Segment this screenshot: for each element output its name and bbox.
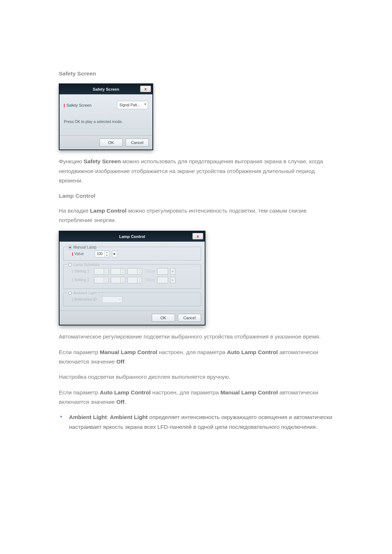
bold-auto-lamp-control: Auto Lamp Control <box>100 389 151 395</box>
ok-button[interactable]: OK <box>99 139 123 147</box>
dialog-titlebar: Safety Screen x <box>60 84 152 94</box>
bold-off: Off <box>116 358 124 365</box>
legend-text: Lamp Schedule <box>73 262 100 268</box>
text: . <box>124 399 126 405</box>
manual-lamp-group: Manual Lamp Value 100 ▲▼ ▶ <box>63 247 201 260</box>
setting2-ampm-spinner: ▲▼ <box>127 277 142 283</box>
spinner-arrows-icon[interactable]: ▲▼ <box>105 251 109 257</box>
slider-next-button[interactable]: ▶ <box>112 251 117 257</box>
slider-next-button: ▶ <box>170 268 175 275</box>
bullet-list: Ambient Light: Ambient Light определяет … <box>59 413 336 432</box>
bold-auto-lamp-control: Auto Lamp Control <box>227 349 278 355</box>
text: Функцию <box>59 158 83 164</box>
ok-button[interactable]: OK <box>152 314 175 322</box>
bold-lamp-control: Lamp Control <box>90 208 127 214</box>
text: Если параметр <box>59 389 100 395</box>
lamp-control-dialog: Lamp Control x Manual Lamp Value 100 ▲▼ … <box>59 231 205 325</box>
dialog-message: Press OK to play a selected mode. <box>64 116 148 130</box>
reference-id-label: Reference ID <box>72 296 99 303</box>
legend-text: Manual Lamp <box>73 244 97 251</box>
value-label: Value <box>146 268 155 275</box>
cancel-button[interactable]: Cancel <box>126 139 149 147</box>
radio-icon[interactable] <box>68 291 72 295</box>
text: настроен, для параметра <box>151 389 220 395</box>
text: . <box>124 358 126 365</box>
manual-lamp-legend[interactable]: Manual Lamp <box>67 244 98 251</box>
safety-screen-dropdown[interactable]: Signal Patt... <box>117 101 148 109</box>
bold-manual-lamp-control: Manual Lamp Control <box>220 389 278 395</box>
lamp-control-intro: На вкладке Lamp Control можно отрегулиро… <box>59 206 336 225</box>
slider-next-button: ▶ <box>170 277 175 283</box>
setting2-value-spinner <box>157 277 168 283</box>
setting2-min-spinner: ▲▼ <box>111 277 125 283</box>
dialog-footer: OK Cancel <box>60 135 152 149</box>
heading-safety-screen: Safety Screen <box>59 69 336 78</box>
safety-screen-field-label: Safety Screen <box>64 102 117 109</box>
dialog-footer: OK Cancel <box>60 311 205 325</box>
setting-2-label: Setting 2 <box>72 277 92 283</box>
text: : <box>107 414 110 420</box>
close-button[interactable]: x <box>192 233 203 239</box>
schedule-row-1: Setting 1 ▲▼ ▲▼ ▲▼ Value ▶ <box>72 268 197 275</box>
bold-off: Off <box>116 399 124 405</box>
close-button[interactable]: x <box>140 86 151 92</box>
bold-manual-lamp-control: Manual Lamp Control <box>100 349 157 355</box>
text: Если параметр <box>59 349 100 355</box>
dialog-title: Safety Screen <box>93 87 119 91</box>
legend-text: Ambient Light <box>73 290 97 296</box>
dialog-title: Lamp Control <box>119 234 145 239</box>
text: настроен, для параметра <box>157 349 227 355</box>
manual-adjust-description: Настройка подсветки выбранного дисплея в… <box>59 372 336 382</box>
setting1-ampm-spinner: ▲▼ <box>127 268 142 275</box>
text: На вкладке <box>59 208 90 214</box>
bold-ambient-light: Ambient Light <box>69 414 107 420</box>
safety-screen-description: Функцию Safety Screen можно использовать… <box>59 157 336 185</box>
setting2-hour-spinner: ▲▼ <box>94 277 109 283</box>
bold-safety-screen: Safety Screen <box>83 158 121 164</box>
dialog-titlebar: Lamp Control x <box>60 231 205 242</box>
value-label: Value <box>146 277 155 283</box>
value-label: Value <box>72 251 92 257</box>
schedule-row-2: Setting 2 ▲▼ ▲▼ ▲▼ Value ▶ <box>72 277 197 283</box>
setting-1-label: Setting 1 <box>72 268 92 275</box>
auto-to-manual-note: Если параметр Auto Lamp Control настроен… <box>59 388 336 407</box>
setting1-min-spinner: ▲▼ <box>111 268 125 275</box>
setting1-hour-spinner: ▲▼ <box>94 268 109 275</box>
lamp-schedule-legend[interactable]: Lamp Schedule <box>67 262 101 268</box>
value-spinner[interactable]: 100 ▲▼ <box>95 251 109 257</box>
safety-screen-dialog: Safety Screen x Safety Screen Signal Pat… <box>59 83 153 150</box>
lamp-schedule-group: Lamp Schedule Setting 1 ▲▼ ▲▼ ▲▼ Value ▶… <box>63 264 201 289</box>
ambient-light-bullet: Ambient Light: Ambient Light определяет … <box>59 413 336 432</box>
ambient-light-group: Ambient Light Reference ID <box>63 292 201 306</box>
reference-id-dropdown <box>102 296 122 303</box>
heading-lamp-control: Lamp Control <box>59 191 336 201</box>
bold-ambient-light: Ambient Light <box>110 414 148 420</box>
auto-adjust-description: Автоматическое регулирование подсветки в… <box>59 332 336 341</box>
dialog-body: Safety Screen Signal Patt... Press OK to… <box>60 94 152 135</box>
cancel-button[interactable]: Cancel <box>178 314 201 322</box>
manual-to-auto-note: Если параметр Manual Lamp Control настро… <box>59 348 336 367</box>
setting1-value-spinner <box>157 268 168 275</box>
radio-icon[interactable] <box>68 246 72 249</box>
radio-icon[interactable] <box>68 263 72 267</box>
ambient-light-legend[interactable]: Ambient Light <box>67 290 98 296</box>
spinner-value: 100 <box>97 252 103 256</box>
